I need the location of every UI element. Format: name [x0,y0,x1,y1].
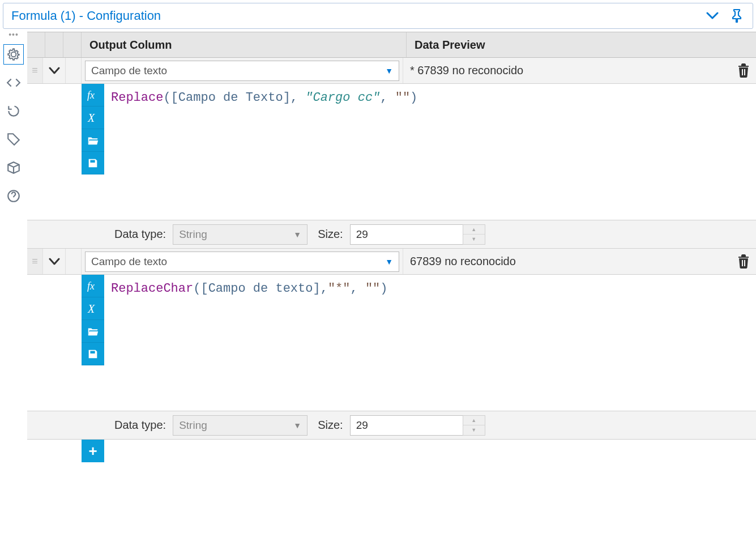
data-type-select[interactable]: String ▼ [173,415,307,436]
panel-header: Formula (1) - Configuration [3,3,753,29]
gear-icon [6,47,21,62]
save-button[interactable] [82,152,104,174]
formula-row-1: ≡ Campo de texto ▼ * 67839 no reconocido [27,58,756,249]
footer-row-2: Data type: String ▼ Size: ▲ ▼ [27,411,756,439]
data-preview-value: * 67839 no reconocido [403,58,731,83]
pin-icon[interactable] [729,8,745,24]
variable-button[interactable]: X [82,107,104,129]
plus-icon: + [88,442,97,460]
variable-icon: X [86,301,100,316]
expand-toggle[interactable] [43,58,66,83]
open-folder-button[interactable] [82,320,104,343]
row-top-1: ≡ Campo de texto ▼ * 67839 no reconocido [27,58,756,84]
header-data-preview: Data Preview [407,32,731,57]
refresh-icon [6,104,21,118]
size-spinner[interactable]: ▲ ▼ [463,224,485,245]
output-column-select[interactable]: Campo de texto ▼ [85,252,399,272]
row-pad [66,249,82,274]
formula-row-2: ≡ Campo de texto ▼ 67839 no reconocido [27,249,756,440]
rail-refresh-button[interactable] [3,101,24,121]
folder-open-icon [87,134,99,147]
variable-icon: X [86,110,100,125]
code-icon [6,75,21,90]
fx-button[interactable]: fx [82,84,104,107]
delete-row-button[interactable] [731,58,756,83]
svg-text:X: X [87,303,95,315]
data-preview-value: 67839 no reconocido [403,249,731,274]
panel-title: Formula (1) - Configuration [11,8,161,23]
spinner-up-icon[interactable]: ▲ [463,225,485,235]
formula-editor-1[interactable]: Replace([Campo de Texto], "Cargo cc", ""… [104,84,756,220]
output-column-value: Campo de texto [91,65,167,77]
fx-button[interactable]: fx [82,275,104,297]
size-label: Size: [307,228,349,241]
formula-editor-2[interactable]: ReplaceChar([Campo de texto],"*", "") [104,275,756,411]
variable-button[interactable]: X [82,297,104,320]
expand-toggle[interactable] [43,249,66,274]
save-icon [87,348,99,360]
rail-tag-button[interactable] [3,129,24,150]
formula-toolbar-2: fx X [82,275,104,411]
data-type-value: String [179,419,207,432]
grid-header: Output Column Data Preview [27,32,756,58]
rail-code-button[interactable] [3,73,24,93]
rail-gear-button[interactable] [3,44,24,65]
spinner-down-icon[interactable]: ▼ [463,425,485,435]
formula-area-1: fx X Replace([Campo de Texto], "Cargo cc… [27,84,756,220]
output-column-cell: Campo de texto ▼ [82,58,403,83]
add-row-area: + [27,440,756,462]
add-formula-button[interactable]: + [82,440,104,462]
formula-toolbar-1: fx X [82,84,104,220]
output-column-cell: Campo de texto ▼ [82,249,403,274]
package-icon [6,160,21,175]
formula-area-2: fx X ReplaceChar([Campo de texto],"*", "… [27,275,756,411]
rail-overflow-icon[interactable]: ••• [8,33,19,36]
chevron-down-icon: ▼ [293,230,301,239]
size-input[interactable] [350,415,463,436]
svg-text:fx: fx [87,280,95,292]
save-icon [87,157,99,169]
drag-handle-icon[interactable]: ≡ [27,58,43,83]
tag-icon [6,132,21,147]
output-column-value: Campo de texto [91,255,167,268]
row-pad [66,58,82,83]
size-spinner[interactable]: ▲ ▼ [463,415,485,436]
content-area: Output Column Data Preview ≡ Campo de te… [27,32,756,462]
collapse-panel-icon[interactable] [706,10,719,23]
data-type-value: String [179,228,207,241]
row-top-2: ≡ Campo de texto ▼ 67839 no reconocido [27,249,756,275]
data-type-label: Data type: [104,419,173,432]
data-type-label: Data type: [104,228,173,241]
trash-icon [737,63,750,78]
spinner-up-icon[interactable]: ▲ [463,416,485,426]
save-button[interactable] [82,343,104,365]
folder-open-icon [87,325,99,338]
panel-actions [706,8,745,24]
help-icon [6,189,21,203]
fx-icon: fx [86,279,100,293]
grid-header-spacer [27,32,82,57]
open-folder-button[interactable] [82,129,104,152]
header-output-column: Output Column [82,32,407,57]
left-rail: ••• [0,32,27,462]
grid-header-trash-spacer [731,32,756,57]
rail-help-button[interactable] [3,186,24,206]
chevron-down-icon: ▼ [385,66,393,75]
delete-row-button[interactable] [731,249,756,274]
size-input[interactable] [350,224,463,245]
size-label: Size: [307,419,349,432]
spinner-down-icon[interactable]: ▼ [463,235,485,244]
chevron-down-icon: ▼ [293,421,301,430]
svg-text:X: X [87,112,95,124]
trash-icon [737,254,750,269]
data-type-select[interactable]: String ▼ [173,224,307,245]
svg-text:fx: fx [87,90,95,101]
chevron-down-icon: ▼ [385,257,393,266]
drag-handle-icon[interactable]: ≡ [27,249,43,274]
footer-row-1: Data type: String ▼ Size: ▲ ▼ [27,220,756,248]
rail-package-button[interactable] [3,157,24,178]
fx-icon: fx [86,88,100,103]
output-column-select[interactable]: Campo de texto ▼ [85,61,399,81]
